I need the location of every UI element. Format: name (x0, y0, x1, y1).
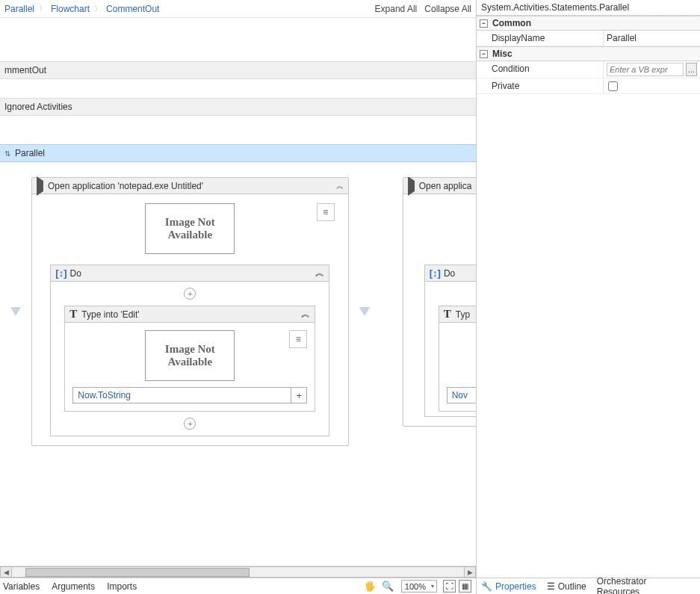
open-app-title: Open applica (419, 181, 476, 191)
type-icon: T (444, 308, 451, 321)
type-icon: T (69, 308, 77, 321)
designer-surface: Parallel 〉 Flowchart 〉 CommentOut Expand… (0, 0, 477, 594)
chevron-right-icon: 〉 (39, 4, 46, 14)
category-misc[interactable]: − Misc (477, 46, 700, 61)
category-label: Common (492, 18, 531, 28)
scroll-track[interactable] (12, 566, 464, 578)
drop-target-icon[interactable] (359, 307, 370, 316)
add-activity-button[interactable]: + (184, 418, 196, 430)
fit-to-screen-button[interactable]: ⛶ (443, 580, 456, 593)
expression-editor-button[interactable]: + (291, 387, 307, 403)
parallel-icon: ⇅ (4, 149, 10, 158)
collapse-toggle-icon[interactable]: − (480, 50, 488, 58)
properties-bottom-tabs: 🔧Properties ☰Outline Orchestrator Resour… (477, 578, 700, 594)
orchestrator-resources-tab[interactable]: Orchestrator Resources (597, 576, 685, 595)
arguments-tab[interactable]: Arguments (52, 581, 95, 592)
add-activity-button[interactable]: + (184, 288, 196, 300)
type-into-activity[interactable]: T Typ (439, 306, 476, 412)
scroll-left-button[interactable]: ◀ (0, 566, 12, 578)
designer-bottom-bar: Variables Arguments Imports 🖐 🔍 100% ⛶ ▦ (0, 578, 476, 594)
properties-panel: System.Activities.Statements.Parallel − … (477, 0, 700, 594)
menu-icon[interactable]: ≡ (317, 203, 335, 221)
outline-icon: ☰ (547, 581, 555, 592)
scroll-right-button[interactable]: ▶ (464, 566, 476, 578)
property-row-displayname: DisplayName Parallel (477, 31, 700, 46)
do-title: Do (444, 268, 455, 279)
collapse-all-button[interactable]: Collapse All (424, 4, 471, 14)
expression-editor-button[interactable]: … (686, 63, 697, 76)
properties-tab[interactable]: 🔧Properties (481, 581, 536, 592)
sequence-icon: [↕] (55, 267, 66, 279)
outline-tab[interactable]: ☰Outline (547, 581, 586, 592)
property-row-private: Private (477, 78, 700, 94)
horizontal-scrollbar[interactable]: ◀ ▶ (0, 566, 476, 578)
breadcrumb: Parallel 〉 Flowchart 〉 CommentOut Expand… (0, 0, 476, 18)
type-into-title: Typ (456, 309, 470, 320)
collapse-icon[interactable]: ︽ (301, 308, 310, 321)
imports-tab[interactable]: Imports (107, 581, 137, 592)
expand-all-button[interactable]: Expand All (375, 4, 418, 14)
overview-button[interactable]: ▦ (459, 580, 471, 593)
wrench-icon: 🔧 (481, 581, 492, 592)
play-icon (37, 181, 43, 191)
category-common[interactable]: − Common (477, 16, 700, 31)
breadcrumb-parallel[interactable]: Parallel (4, 4, 34, 14)
do-title: Do (70, 268, 81, 279)
image-placeholder: Image Not Available (145, 330, 235, 381)
breadcrumb-flowchart[interactable]: Flowchart (51, 4, 90, 14)
type-into-activity[interactable]: T Type into 'Edit' ︽ Image Not Available (64, 306, 315, 412)
private-checkbox[interactable] (608, 81, 618, 91)
property-row-condition: Condition … (477, 61, 700, 78)
open-application-activity[interactable]: Open applica [↕] Do + (403, 177, 476, 427)
variables-tab[interactable]: Variables (3, 581, 40, 592)
chevron-right-icon: 〉 (94, 4, 102, 14)
drop-target-icon[interactable] (10, 307, 21, 316)
parallel-title: Parallel (15, 148, 45, 158)
pan-icon[interactable]: 🖐 (364, 581, 376, 592)
image-placeholder: Image Not Available (145, 203, 235, 254)
commentout-header[interactable]: mmentOut (0, 61, 476, 79)
scroll-thumb[interactable] (25, 568, 250, 577)
condition-input[interactable] (607, 63, 684, 76)
do-sequence[interactable]: [↕] Do ︽ + T Type into 'Edit' (50, 264, 329, 436)
open-application-activity[interactable]: Open application 'notepad.exe Untitled' … (31, 177, 349, 446)
parallel-body: Open application 'notepad.exe Untitled' … (0, 162, 476, 476)
property-name: Condition (477, 61, 604, 78)
play-icon (408, 181, 415, 191)
zoom-icon[interactable]: 🔍 (382, 581, 394, 592)
properties-title: System.Activities.Statements.Parallel (477, 0, 700, 16)
collapse-icon[interactable]: ︽ (315, 267, 324, 279)
ignored-activities-header[interactable]: Ignored Activities (0, 98, 476, 116)
type-into-text-input[interactable] (447, 387, 476, 403)
menu-icon[interactable]: ≡ (289, 330, 307, 348)
zoom-select[interactable]: 100% (401, 580, 437, 593)
breadcrumb-commentout[interactable]: CommentOut (106, 4, 159, 14)
property-value[interactable]: Parallel (607, 33, 636, 43)
type-into-title: Type into 'Edit' (81, 309, 139, 320)
open-app-title: Open application 'notepad.exe Untitled' (48, 181, 336, 191)
workflow-canvas[interactable]: mmentOut Ignored Activities ⇅ Parallel O… (0, 18, 476, 566)
category-label: Misc (492, 49, 512, 59)
property-name: Private (477, 78, 604, 93)
do-sequence[interactable]: [↕] Do + T Typ (424, 264, 476, 417)
parallel-activity-header[interactable]: ⇅ Parallel (0, 144, 476, 162)
property-name: DisplayName (477, 31, 604, 46)
collapse-toggle-icon[interactable]: − (480, 19, 488, 28)
collapse-icon[interactable]: ︽ (336, 181, 344, 191)
sequence-icon: [↕] (430, 267, 441, 279)
type-into-text-input[interactable] (72, 387, 291, 403)
